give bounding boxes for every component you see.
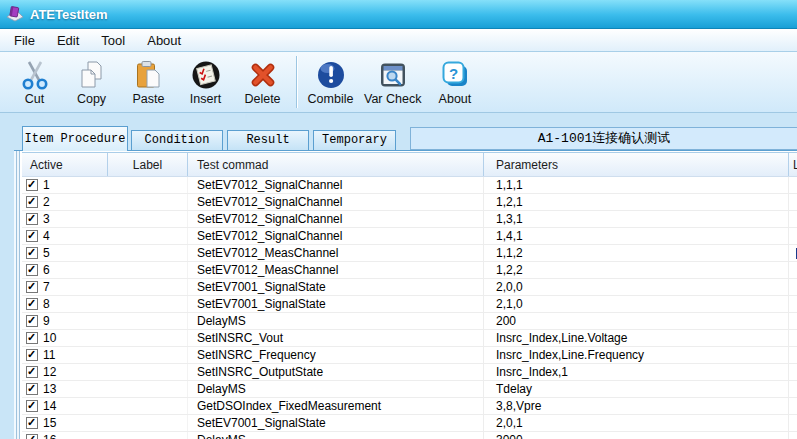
row-params: Insrc_Index,Line.Voltage — [483, 330, 788, 346]
table-row[interactable]: 7 SetEV7001_SignalState 2,0,0 — [22, 279, 797, 296]
insert-note-icon — [190, 59, 222, 91]
row-checkbox[interactable] — [26, 315, 38, 327]
table-row[interactable]: 10 SetINSRC_Vout Insrc_Index,Line.Voltag… — [22, 330, 797, 347]
row-checkbox[interactable] — [26, 230, 38, 242]
row-last-cell — [788, 398, 797, 414]
tab-item-procedure[interactable]: Item Procedure — [22, 126, 128, 151]
row-command: SetEV7012_SignalChannel — [187, 177, 483, 193]
copy-button[interactable]: Copy — [63, 55, 120, 109]
tab-condition[interactable]: Condition — [131, 130, 223, 151]
column-header-parameters[interactable]: Parameters — [483, 153, 788, 176]
var-check-button[interactable]: Var Check — [359, 55, 426, 109]
table-body: 1 SetEV7012_SignalChannel 1,1,1 2 SetEV7… — [22, 177, 797, 439]
row-command: SetEV7001_SignalState — [187, 415, 483, 431]
row-checkbox[interactable] — [26, 247, 38, 259]
table-row[interactable]: 14 GetDSOIndex_FixedMeasurement 3,8,Vpre — [22, 398, 797, 415]
row-command: DelayMS — [187, 313, 483, 329]
menu-tool[interactable]: Tool — [90, 31, 136, 50]
row-number: 12 — [43, 365, 56, 379]
row-label — [107, 398, 187, 414]
row-checkbox[interactable] — [26, 213, 38, 225]
row-command: SetEV7012_SignalChannel — [187, 194, 483, 210]
row-last-cell — [788, 279, 797, 295]
insert-button[interactable]: Insert — [177, 55, 234, 109]
menu-file[interactable]: File — [3, 31, 46, 50]
row-last-cell — [788, 364, 797, 380]
row-command: SetEV7012_SignalChannel — [187, 228, 483, 244]
delete-button[interactable]: Delete — [234, 55, 291, 109]
column-header-label[interactable]: Label — [107, 153, 187, 176]
table-row[interactable]: 3 SetEV7012_SignalChannel 1,3,1 — [22, 211, 797, 228]
table-row[interactable]: 6 SetEV7012_MeasChannel 1,2,2 — [22, 262, 797, 279]
row-number: 7 — [43, 280, 50, 294]
row-label — [107, 330, 187, 346]
row-checkbox[interactable] — [26, 332, 38, 344]
row-checkbox[interactable] — [26, 417, 38, 429]
row-label — [107, 432, 187, 439]
row-label — [107, 245, 187, 261]
row-label — [107, 228, 187, 244]
clipboard-paste-icon — [133, 59, 165, 91]
row-number: 9 — [43, 314, 50, 328]
row-command: SetEV7001_SignalState — [187, 296, 483, 312]
copy-label: Copy — [77, 92, 106, 106]
paste-button[interactable]: Paste — [120, 55, 177, 109]
row-label — [107, 347, 187, 363]
table-row[interactable]: 13 DelayMS Tdelay — [22, 381, 797, 398]
title-bar: ATETestItem — [0, 0, 797, 29]
table-row[interactable]: 11 SetINSRC_Frequency Insrc_Index,Line.F… — [22, 347, 797, 364]
application-window: ATETestItem File Edit Tool About Cut Cop… — [0, 0, 797, 439]
blue-exclamation-icon — [315, 59, 347, 91]
cut-label: Cut — [25, 92, 44, 106]
row-command: SetEV7012_SignalChannel — [187, 211, 483, 227]
row-params: 3000 — [483, 432, 788, 439]
row-number: 13 — [43, 382, 56, 396]
row-params: 1,2,1 — [483, 194, 788, 210]
svg-text:?: ? — [449, 64, 458, 81]
row-number: 10 — [43, 331, 56, 345]
row-label — [107, 381, 187, 397]
cut-button[interactable]: Cut — [6, 55, 63, 109]
table-row[interactable]: 8 SetEV7001_SignalState 2,1,0 — [22, 296, 797, 313]
table-row[interactable]: 5 SetEV7012_MeasChannel 1,1,2 — [22, 245, 797, 262]
table-row[interactable]: 9 DelayMS 200 — [22, 313, 797, 330]
row-checkbox[interactable] — [26, 179, 38, 191]
row-number: 15 — [43, 416, 56, 430]
about-button[interactable]: ? About — [426, 55, 483, 109]
row-params: 1,3,1 — [483, 211, 788, 227]
row-checkbox[interactable] — [26, 298, 38, 310]
column-header-partial[interactable]: L — [788, 153, 797, 176]
table-row[interactable]: 4 SetEV7012_SignalChannel 1,4,1 — [22, 228, 797, 245]
table-row[interactable]: 2 SetEV7012_SignalChannel 1,2,1 — [22, 194, 797, 211]
toolbar: Cut Copy Paste — [0, 52, 797, 113]
row-label — [107, 279, 187, 295]
table-row[interactable]: 16 DelayMS 3000 — [22, 432, 797, 439]
tab-temporary[interactable]: Temporary — [313, 130, 396, 151]
menu-bar: File Edit Tool About — [0, 29, 797, 52]
row-checkbox[interactable] — [26, 349, 38, 361]
column-header-test-command[interactable]: Test commad — [187, 153, 483, 176]
row-checkbox[interactable] — [26, 383, 38, 395]
row-checkbox[interactable] — [26, 196, 38, 208]
table-header-row: Active Label Test commad Parameters L — [22, 153, 797, 177]
row-checkbox[interactable] — [26, 400, 38, 412]
row-number: 8 — [43, 297, 50, 311]
tab-result[interactable]: Result — [227, 130, 309, 151]
row-command: SetEV7012_MeasChannel — [187, 262, 483, 278]
menu-about[interactable]: About — [136, 31, 192, 50]
row-checkbox[interactable] — [26, 264, 38, 276]
row-number: 6 — [43, 263, 50, 277]
row-last-cell — [788, 262, 797, 278]
table-row[interactable]: 1 SetEV7012_SignalChannel 1,1,1 — [22, 177, 797, 194]
table-row[interactable]: 15 SetEV7001_SignalState 2,0,1 — [22, 415, 797, 432]
row-params: 2,1,0 — [483, 296, 788, 312]
table-row[interactable]: 12 SetINSRC_OutputState Insrc_Index,1 — [22, 364, 797, 381]
row-checkbox[interactable] — [26, 366, 38, 378]
row-params: Tdelay — [483, 381, 788, 397]
column-header-active[interactable]: Active — [22, 153, 107, 176]
menu-edit[interactable]: Edit — [46, 31, 90, 50]
row-checkbox[interactable] — [26, 434, 38, 439]
row-checkbox[interactable] — [26, 281, 38, 293]
combile-button[interactable]: Combile — [302, 55, 359, 109]
row-last-cell — [788, 245, 797, 261]
